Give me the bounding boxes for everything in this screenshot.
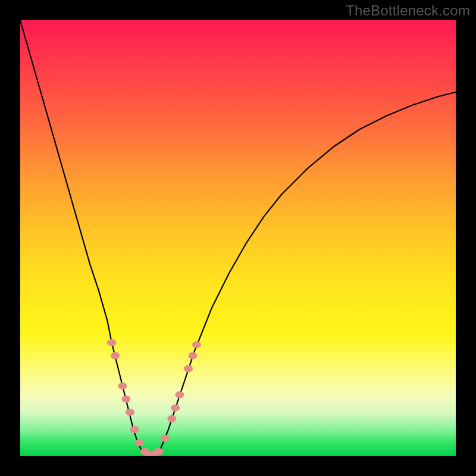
data-marker [121,396,130,403]
plot-area [20,20,456,456]
data-marker [118,383,127,390]
data-marker [175,392,184,399]
data-marker [107,339,116,346]
data-marker [130,426,139,433]
data-marker [154,448,163,455]
chart-svg [20,20,456,456]
data-marker [134,439,143,446]
data-marker [126,409,134,416]
data-marker [161,435,170,442]
data-marker [167,415,176,422]
data-marker [184,365,193,372]
curve-right-branch [159,92,456,452]
marker-group [107,339,201,456]
data-marker [111,352,120,359]
data-marker [188,352,197,359]
data-marker [171,404,180,411]
data-marker [192,341,201,348]
watermark-text: TheBottleneck.com [346,2,470,19]
outer-frame: TheBottleneck.com [0,0,476,476]
